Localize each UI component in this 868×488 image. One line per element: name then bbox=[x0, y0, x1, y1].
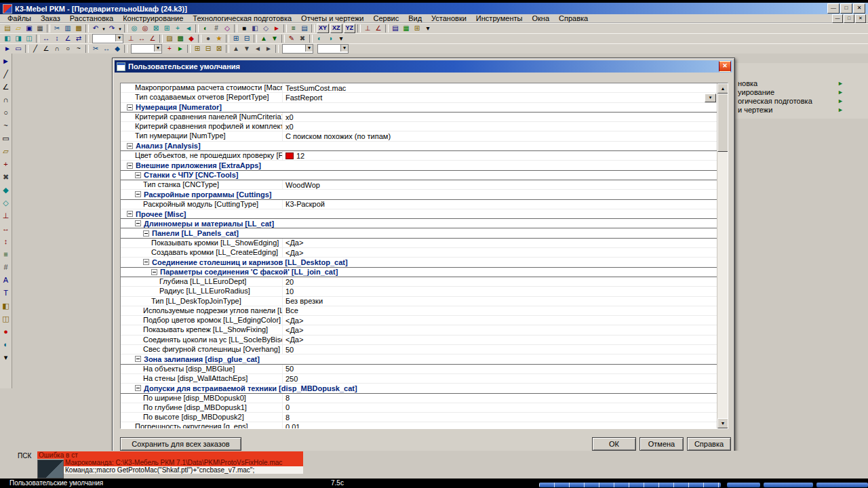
tool-icon[interactable]: ↕ bbox=[52, 34, 62, 43]
menu-item-8[interactable]: Вид bbox=[403, 14, 427, 22]
nav-item[interactable]: уирование bbox=[738, 88, 774, 97]
property-value[interactable]: TestSumCost.mac bbox=[283, 83, 717, 92]
property-row[interactable]: По ширине [disp_MBDopusk0]8 bbox=[121, 394, 717, 403]
tool-icon[interactable]: ✂ bbox=[52, 24, 62, 33]
property-group-row[interactable]: Раскройные программы [Cuttings] bbox=[121, 190, 717, 199]
property-row[interactable]: Используемые подрезки углов панели [LL_U… bbox=[121, 306, 717, 316]
tool-icon[interactable]: ✖ bbox=[1, 171, 12, 184]
property-group-row[interactable]: Внешние приложения [ExtraApps] bbox=[121, 161, 717, 170]
menu-item-3[interactable]: Расстановка bbox=[65, 14, 118, 22]
collapse-toggle[interactable] bbox=[127, 143, 133, 149]
tool-icon[interactable]: ▭ bbox=[13, 44, 24, 54]
mdi-restore-button[interactable]: □ bbox=[844, 14, 854, 23]
property-value[interactable]: <Да> bbox=[283, 239, 717, 247]
tool-icon[interactable]: ▲ bbox=[258, 34, 269, 43]
property-row[interactable]: Показывать кромки [LL_ShowEdging]<Да> bbox=[121, 239, 717, 248]
tool-icon[interactable]: ↔ bbox=[1, 222, 12, 235]
taskbar-segment[interactable] bbox=[816, 483, 868, 487]
tool-icon[interactable]: ╱ bbox=[1, 68, 12, 81]
tool-icon[interactable]: ▭ bbox=[1, 132, 12, 145]
menu-item-1[interactable]: Файлы bbox=[3, 14, 36, 22]
property-group-row[interactable]: Параметры соединения 'С фаской' [LL_join… bbox=[121, 268, 717, 277]
dropdown-arrow-icon[interactable]: ▾ bbox=[101, 24, 106, 33]
tool-icon[interactable]: ▩ bbox=[73, 24, 84, 33]
property-group-row[interactable]: Панели [LL_Panels_cat] bbox=[121, 228, 717, 238]
property-row[interactable]: Показывать крепеж [LL_ShowFixing]<Да> bbox=[121, 325, 717, 335]
tool-icon[interactable]: ▦ bbox=[401, 24, 412, 33]
mdi-minimize-button[interactable]: — bbox=[832, 14, 843, 23]
collapse-toggle[interactable] bbox=[135, 356, 141, 362]
tool-icon[interactable]: ◎ bbox=[129, 24, 140, 33]
menu-item-9[interactable]: Установки bbox=[427, 14, 471, 22]
property-value[interactable]: 8 bbox=[283, 413, 717, 422]
menu-item-6[interactable]: Отчеты и чертежи bbox=[296, 14, 368, 22]
tool-icon[interactable]: ► bbox=[2, 44, 13, 54]
menu-item-10[interactable]: Инструменты bbox=[471, 14, 528, 22]
property-row[interactable]: Погрешность округления [g_eps]0.01 bbox=[121, 422, 717, 428]
tool-icon[interactable]: ↔ bbox=[41, 34, 52, 43]
view-plane-button[interactable]: XY bbox=[317, 24, 329, 33]
tool-icon[interactable]: ▤ bbox=[2, 24, 13, 33]
tool-icon[interactable]: ○ bbox=[1, 106, 12, 119]
taskbar-segment[interactable] bbox=[727, 483, 760, 487]
tool-icon[interactable]: ⊥ bbox=[125, 34, 136, 43]
tool-icon[interactable]: ∠ bbox=[1, 81, 12, 94]
maximize-button[interactable]: □ bbox=[840, 3, 852, 14]
tool-icon[interactable]: ⊠ bbox=[214, 44, 224, 54]
tool-icon[interactable]: ▱ bbox=[13, 24, 24, 33]
nav-item[interactable]: и чертежи bbox=[738, 106, 772, 115]
property-group-row[interactable]: Нумерация [Numerator] bbox=[121, 103, 717, 113]
property-row[interactable]: Тип нумерации [NumType]С поиском похожих… bbox=[121, 131, 717, 141]
tool-icon[interactable]: ∩ bbox=[1, 94, 12, 106]
close-button[interactable]: ✕ bbox=[853, 3, 865, 14]
toolbar-combobox[interactable] bbox=[131, 44, 162, 54]
property-group-row[interactable]: Прочее [Misc] bbox=[121, 209, 717, 219]
property-row[interactable]: Глубина [LL_LLEuroDept]20 bbox=[121, 277, 717, 287]
collapse-toggle[interactable] bbox=[127, 211, 133, 217]
tool-icon[interactable]: ↔ bbox=[101, 44, 112, 54]
property-group-row[interactable]: Соединение столешниц и карнизов [LL_Desk… bbox=[121, 258, 717, 267]
tool-icon[interactable]: ≡ bbox=[288, 24, 299, 33]
property-row[interactable]: Тип [LL_DeskTopJoinType]Без врезки bbox=[121, 297, 717, 306]
tool-icon[interactable]: ✖ bbox=[297, 34, 308, 43]
property-value[interactable]: FastReport▾ bbox=[283, 93, 717, 102]
tool-icon[interactable]: ■ bbox=[239, 24, 250, 33]
mdi-close-button[interactable]: ✕ bbox=[855, 14, 866, 23]
property-group-row[interactable]: Зона залипания [disp_glue_cat] bbox=[121, 354, 717, 364]
property-value[interactable]: 250 bbox=[283, 374, 717, 383]
tool-icon[interactable]: ▤ bbox=[299, 24, 310, 33]
collapse-toggle[interactable] bbox=[143, 259, 149, 265]
tool-icon[interactable]: ∠ bbox=[41, 44, 52, 54]
tool-icon[interactable]: ▾ bbox=[1, 351, 12, 364]
tool-icon[interactable]: ∠ bbox=[147, 34, 158, 43]
tool-icon[interactable]: ~ bbox=[1, 119, 12, 132]
property-row[interactable]: Соединять цоколи на ус [LL_SocleByBisect… bbox=[121, 336, 717, 345]
tool-icon[interactable]: ⊞ bbox=[161, 24, 172, 33]
scroll-up-icon[interactable]: ▲ bbox=[717, 83, 728, 94]
tool-icon[interactable]: ⊟ bbox=[241, 34, 252, 43]
toolbar-combobox[interactable] bbox=[317, 44, 349, 54]
tool-icon[interactable]: ◧ bbox=[2, 34, 13, 43]
view-plane-button[interactable]: XZ bbox=[330, 24, 342, 33]
menu-item-7[interactable]: Сервис bbox=[369, 14, 404, 22]
property-row[interactable]: Критерий сравнения профилей и комплектую… bbox=[121, 122, 717, 131]
property-value[interactable]: 20 bbox=[283, 277, 717, 286]
tool-icon[interactable]: ∩ bbox=[52, 44, 62, 54]
tool-icon[interactable]: ► bbox=[263, 44, 274, 54]
property-group-row[interactable]: Анализ [Analysis] bbox=[121, 142, 717, 151]
property-row[interactable]: Подбор цветов кромок [LL_EdgingColor]<Да… bbox=[121, 316, 717, 325]
property-value[interactable]: <Да> bbox=[283, 336, 717, 344]
tool-icon[interactable]: ▾ bbox=[422, 24, 433, 33]
tool-icon[interactable]: ✂ bbox=[90, 44, 101, 54]
tool-icon[interactable]: ~ bbox=[73, 44, 84, 54]
scroll-down-icon[interactable]: ▼ bbox=[717, 418, 728, 428]
property-value[interactable]: 0.01 bbox=[283, 422, 717, 428]
tool-icon[interactable]: ∠ bbox=[62, 34, 73, 43]
property-row[interactable]: Создавать кромки [LL_CreateEdging]<Да> bbox=[121, 248, 717, 258]
property-row[interactable]: Критерий сравнения панелей [NumCriteria1… bbox=[121, 113, 717, 122]
tool-icon[interactable]: + bbox=[1, 158, 12, 171]
collapse-toggle[interactable] bbox=[127, 104, 133, 110]
property-value[interactable]: 50 bbox=[283, 365, 717, 373]
menu-item-2[interactable]: Заказ bbox=[36, 14, 65, 22]
tool-icon[interactable]: ◐ bbox=[200, 24, 211, 33]
